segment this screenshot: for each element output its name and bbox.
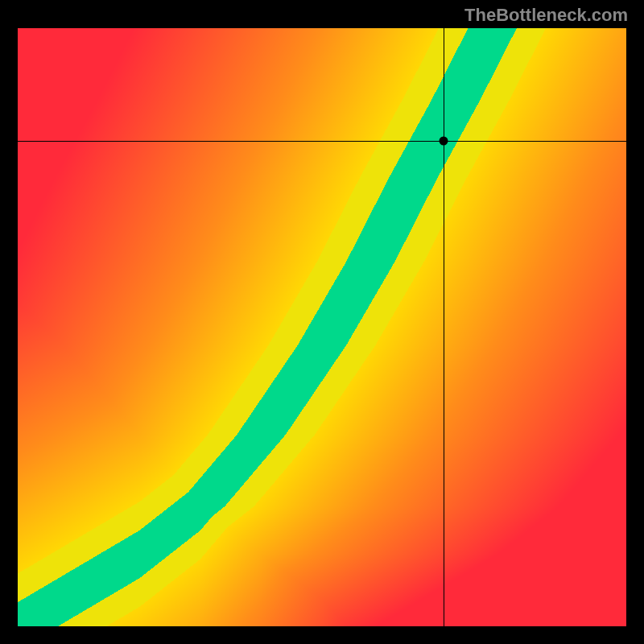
- crosshair-horizontal: [18, 141, 626, 142]
- watermark-text: TheBottleneck.com: [464, 5, 628, 26]
- crosshair-vertical: [444, 28, 444, 626]
- data-point-marker: [440, 136, 448, 145]
- heatmap-canvas: [18, 28, 626, 626]
- heatmap-plot: [18, 28, 626, 626]
